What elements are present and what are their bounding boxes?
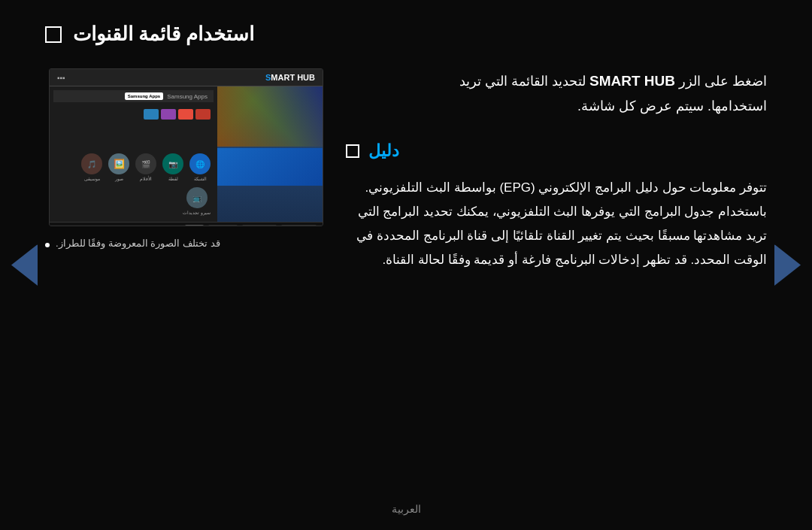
sh-images-label: صور	[115, 176, 123, 181]
guide-title: دليل	[368, 141, 399, 161]
sh-app-icon-3	[161, 109, 176, 120]
bullet-note: قد تختلف الصورة المعروضة وفقًا للطراز.	[45, 238, 323, 249]
sh-app-icons-row	[53, 108, 214, 121]
sh-right-panel: Samsung Apps Samsung Apps	[50, 86, 217, 222]
guide-section: دليل تتوفر معلومات حول دليل البرامج الإل…	[346, 141, 767, 273]
smarthub-description: اضغط على الزر SMART HUB لتحديد القائمة ا…	[346, 68, 767, 119]
sh-photo-label: لقطة	[168, 176, 178, 181]
smarthub-desc-line1: اضغط على الزر	[675, 74, 767, 89]
next-page-button[interactable]	[774, 244, 801, 286]
sh-secondary-thumbnail	[217, 148, 323, 186]
sh-btn-settings: الضبط	[185, 225, 204, 226]
main-content: اضغط على الزر SMART HUB لتحديد القائمة ا…	[45, 68, 767, 273]
sh-images-icon: 🖼️	[108, 153, 129, 174]
guide-header: دليل	[346, 141, 767, 161]
sh-btn-record: تسجيل المأخوذ	[281, 225, 317, 226]
sh-left-panel	[217, 86, 323, 222]
sh-icon-updates: 📺 سيرو تجديدات	[183, 187, 211, 215]
sh-app-icon-2	[178, 109, 193, 120]
sh-header: SMART HUB ▪▪▪	[50, 69, 323, 86]
page-footer: العربية	[392, 503, 421, 515]
sh-updates-icon: 📺	[186, 187, 208, 208]
page-title: استخدام قائمة القنوات	[73, 23, 254, 46]
sh-movies-icon: 🎬	[135, 153, 156, 174]
sh-btn-edit: تحرير الوضع	[208, 225, 238, 226]
sh-main-thumbnail	[217, 86, 323, 147]
left-content: SMART HUB ▪▪▪	[45, 68, 323, 249]
sh-icon-images: 🖼️ صور	[108, 153, 129, 181]
sh-icon-movies: 🎬 الأفلام	[135, 153, 156, 181]
sh-app-logo: Samsung Apps	[125, 92, 163, 100]
footer-language: العربية	[392, 503, 421, 515]
guide-paragraph: تتوفر معلومات حول دليل البرامج الإلكترون…	[346, 176, 767, 273]
bullet-note-text: قد تختلف الصورة المعروضة وفقًا للطراز.	[56, 238, 220, 249]
page-container: استخدام قائمة القنوات اضغط على الزر SMAR…	[0, 0, 812, 530]
sh-app-icon-1	[195, 109, 211, 120]
sh-footer: تسجيل المأخوذ تصنيف بواسطة تحرير الوضع ا…	[50, 222, 323, 226]
guide-square-icon	[346, 144, 359, 158]
sh-apps-label: Samsung Apps	[167, 93, 208, 100]
sh-icon-network: 🌐 الشبكة	[189, 153, 211, 181]
smarthub-desc-line3: استخدامها. سيتم عرض كل شاشة.	[577, 98, 767, 114]
header-square-icon	[45, 26, 62, 43]
right-content: اضغط على الزر SMART HUB لتحديد القائمة ا…	[346, 68, 767, 273]
sh-music-icon: 🎵	[81, 153, 102, 174]
sh-updates-label: سيرو تجديدات	[183, 210, 211, 215]
sh-icon-music: 🎵 موسيقى	[81, 153, 102, 181]
sh-body: Samsung Apps Samsung Apps	[50, 86, 323, 222]
sh-samsung-apps-bar: Samsung Apps Samsung Apps	[53, 90, 214, 102]
smarthub-inner: SMART HUB ▪▪▪	[50, 69, 323, 226]
sh-photo-icon: 📷	[162, 153, 183, 174]
sh-network-label: الشبكة	[194, 176, 207, 181]
sh-icon-photo: 📷 لقطة	[162, 153, 183, 181]
previous-page-button[interactable]	[11, 244, 38, 286]
sh-movies-label: الأفلام	[140, 176, 152, 181]
bullet-dot	[45, 243, 50, 247]
smarthub-desc-line2: لتحديد القائمة التي تريد	[459, 74, 586, 89]
sh-app-icon-4	[144, 109, 159, 120]
sh-network-icon: 🌐	[189, 153, 211, 174]
sh-bottom-icons: 🌐 الشبكة 📷 لقطة 🎬 الأفلام	[53, 150, 214, 218]
sh-wifi-icon: ▪▪▪	[57, 74, 65, 82]
header-section: استخدام قائمة القنوات	[45, 23, 767, 46]
smarthub-brand: SMART HUB	[589, 73, 675, 89]
smarthub-screenshot: SMART HUB ▪▪▪	[49, 68, 323, 226]
sh-music-label: موسيقى	[84, 176, 100, 181]
sh-logo: SMART HUB	[265, 73, 315, 82]
sh-btn-sort: تصنيف بواسطة	[242, 225, 277, 226]
